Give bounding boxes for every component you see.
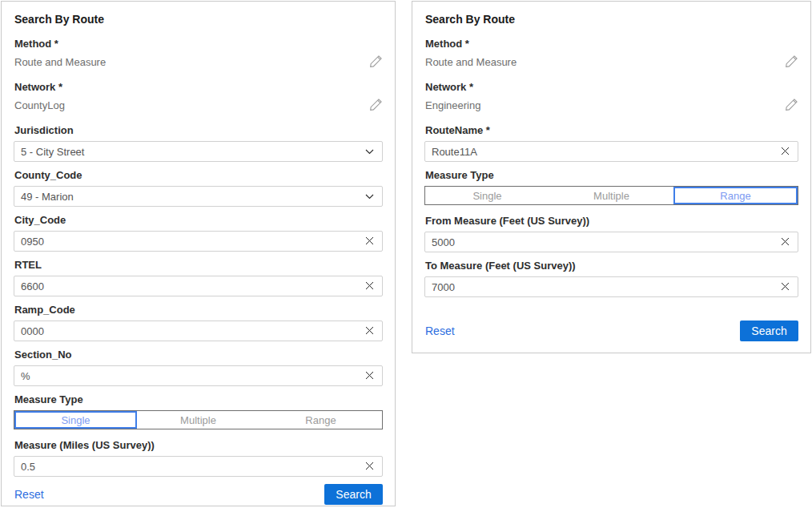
clear-city-code-button[interactable]: [356, 232, 382, 251]
county-code-select[interactable]: 49 - Marion: [14, 186, 383, 207]
edit-network-button[interactable]: [369, 98, 383, 114]
method-row: Route and Measure: [14, 54, 383, 71]
county-code-label: County_Code: [14, 169, 383, 182]
measure-type-option-single[interactable]: Single: [14, 411, 137, 429]
county-code-selected-value: 49 - Marion: [14, 191, 80, 203]
chevron-down-icon: [356, 187, 382, 206]
network-label: Network *: [14, 81, 383, 94]
section-no-input[interactable]: [14, 366, 356, 385]
measure-field: Measure (Miles (US Survey)): [14, 439, 383, 477]
method-row: Route and Measure: [425, 54, 798, 71]
city-code-label: City_Code: [14, 214, 383, 227]
measure-type-option-range[interactable]: Range: [259, 411, 382, 429]
rtel-field: RTEL: [14, 259, 383, 296]
reset-button[interactable]: Reset: [14, 488, 44, 501]
county-code-field: County_Code 49 - Marion: [14, 169, 383, 207]
measure-label: Measure (Miles (US Survey)): [14, 439, 383, 452]
network-row: Engineering: [425, 98, 798, 114]
city-code-input[interactable]: [14, 232, 356, 251]
pencil-icon: [369, 98, 383, 114]
clear-ramp-code-button[interactable]: [356, 321, 382, 341]
ramp-code-box: [14, 321, 383, 341]
rtel-box: [14, 276, 383, 296]
page-title: Search By Route: [425, 13, 798, 26]
ramp-code-label: Ramp_Code: [14, 304, 383, 316]
section-no-box: [14, 365, 383, 386]
search-button[interactable]: Search: [740, 321, 798, 341]
from-measure-label: From Measure (Feet (US Survey)): [425, 215, 798, 228]
measure-type-label: Measure Type: [14, 393, 383, 406]
measure-input[interactable]: [14, 457, 356, 476]
measure-box: [14, 456, 383, 477]
edit-network-button[interactable]: [785, 98, 798, 114]
method-value: Route and Measure: [425, 56, 517, 69]
measure-type-option-multiple[interactable]: Multiple: [137, 411, 259, 429]
measure-type-option-multiple[interactable]: Multiple: [549, 187, 673, 204]
measure-type-option-range[interactable]: Range: [673, 187, 798, 204]
ramp-code-input[interactable]: [14, 321, 356, 341]
close-icon: [365, 280, 374, 292]
panel-footer: Reset Search: [14, 484, 383, 505]
measure-type-label: Measure Type: [425, 169, 798, 182]
rtel-input[interactable]: [14, 276, 356, 296]
route-name-label: RouteName *: [425, 124, 798, 137]
to-measure-input[interactable]: [425, 277, 772, 296]
to-measure-box: [424, 276, 798, 297]
reset-button[interactable]: Reset: [424, 325, 455, 337]
from-measure-input[interactable]: [425, 232, 772, 252]
pencil-icon: [369, 54, 383, 71]
ramp-code-field: Ramp_Code: [14, 304, 383, 341]
measure-type-field: Measure Type Single Multiple Range: [424, 169, 798, 205]
edit-method-button[interactable]: [369, 54, 383, 71]
clear-to-measure-button[interactable]: [772, 277, 798, 296]
method-label: Method *: [14, 38, 383, 50]
chevron-down-icon: [356, 142, 382, 161]
close-icon: [365, 325, 374, 337]
section-no-field: Section_No: [14, 349, 383, 386]
clear-section-no-button[interactable]: [356, 366, 382, 385]
route-name-box: [424, 141, 798, 162]
edit-method-button[interactable]: [785, 54, 798, 71]
city-code-field: City_Code: [14, 214, 383, 252]
network-value: CountyLog: [14, 99, 65, 112]
search-button[interactable]: Search: [324, 484, 383, 505]
search-by-route-panel-left: Search By Route Method * Route and Measu…: [1, 1, 396, 506]
clear-from-measure-button[interactable]: [772, 232, 798, 252]
close-icon: [781, 281, 790, 293]
method-label: Method *: [425, 38, 798, 50]
from-measure-box: [424, 232, 798, 252]
close-icon: [365, 461, 374, 473]
measure-type-field: Measure Type Single Multiple Range: [14, 393, 383, 429]
from-measure-field: From Measure (Feet (US Survey)): [424, 215, 798, 252]
measure-type-segmented-control: Single Multiple Range: [14, 410, 383, 429]
jurisdiction-select[interactable]: 5 - City Street: [14, 141, 383, 162]
network-row: CountyLog: [14, 98, 383, 114]
network-value: Engineering: [425, 99, 480, 112]
rtel-label: RTEL: [14, 259, 383, 272]
close-icon: [365, 370, 374, 382]
route-name-field: RouteName *: [424, 124, 798, 162]
to-measure-field: To Measure (Feet (US Survey)): [424, 260, 798, 297]
close-icon: [781, 146, 790, 158]
method-value: Route and Measure: [14, 56, 106, 69]
route-name-input[interactable]: [425, 142, 772, 161]
to-measure-label: To Measure (Feet (US Survey)): [425, 260, 798, 272]
pencil-icon: [785, 54, 798, 71]
pencil-icon: [785, 98, 798, 114]
jurisdiction-selected-value: 5 - City Street: [14, 146, 90, 158]
clear-route-name-button[interactable]: [772, 142, 798, 161]
clear-rtel-button[interactable]: [356, 276, 382, 296]
close-icon: [781, 236, 790, 248]
close-icon: [365, 236, 374, 248]
page-title: Search By Route: [14, 13, 383, 26]
search-by-route-panel-right: Search By Route Method * Route and Measu…: [412, 1, 811, 353]
jurisdiction-field: Jurisdiction 5 - City Street: [14, 124, 383, 162]
network-label: Network *: [425, 81, 798, 94]
measure-type-segmented-control: Single Multiple Range: [424, 186, 798, 205]
jurisdiction-label: Jurisdiction: [14, 124, 383, 137]
city-code-box: [14, 231, 383, 252]
panel-footer: Reset Search: [424, 321, 798, 341]
clear-measure-button[interactable]: [356, 457, 382, 476]
section-no-label: Section_No: [14, 349, 383, 361]
measure-type-option-single[interactable]: Single: [425, 187, 549, 204]
